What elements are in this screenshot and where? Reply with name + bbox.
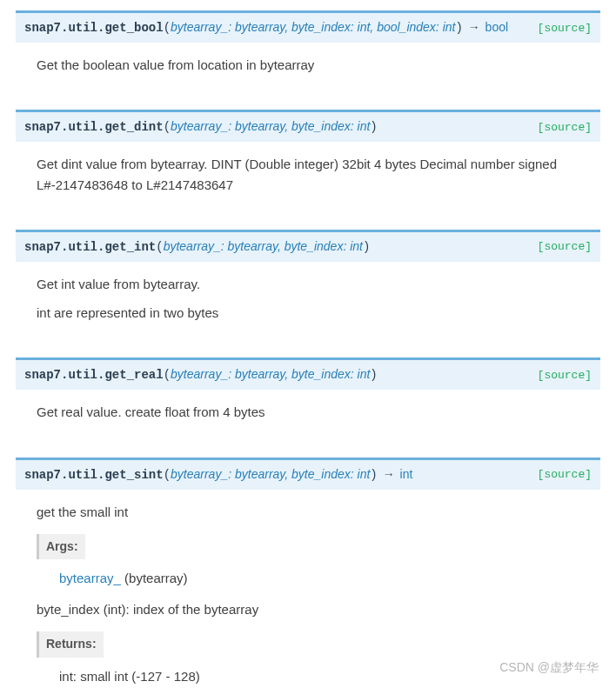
description: get the small int Args: bytearray_ (byte… (16, 490, 600, 689)
paren-open: ( (156, 240, 163, 254)
paren-close: ) (363, 240, 370, 254)
function-get-int: snap7.util.get_int(bytearray_: bytearray… (16, 230, 600, 336)
paren-open: ( (164, 368, 171, 382)
params: bytearray_: bytearray, byte_index: int, … (171, 20, 455, 34)
signature: snap7.util.get_sint(bytearray_: bytearra… (24, 465, 412, 484)
source-link[interactable]: [source] (527, 369, 592, 382)
param-rest: (bytearray) (121, 571, 188, 585)
function-get-real: snap7.util.get_real(bytearray_: bytearra… (16, 357, 600, 434)
arrow-icon: → (378, 467, 400, 481)
signature: snap7.util.get_dint(bytearray_: bytearra… (24, 117, 378, 137)
signature: snap7.util.get_real(bytearray_: bytearra… (24, 365, 378, 384)
function-get-dint: snap7.util.get_dint(bytearray_: bytearra… (16, 110, 600, 207)
paren-open: ( (164, 468, 171, 482)
module-path: snap7.util. (24, 468, 104, 482)
args-body: bytearray_ (bytearray) (59, 568, 600, 588)
params: bytearray_: bytearray, byte_index: int (171, 119, 370, 133)
returns-body: int: small int (-127 - 128) (59, 666, 600, 686)
paren-close: ) (370, 368, 377, 382)
description: Get dint value from bytearray. DINT (Dou… (16, 142, 600, 207)
description: Get int value from bytearray. int are re… (16, 262, 600, 336)
module-path: snap7.util. (24, 120, 104, 134)
desc-text: Get dint value from bytearray. DINT (Dou… (37, 154, 600, 195)
signature: snap7.util.get_bool(bytearray_: bytearra… (24, 18, 508, 37)
returns-header: Returns: (37, 631, 104, 658)
params: bytearray_: bytearray, byte_index: int (164, 239, 363, 253)
description: Get the boolean value from location in b… (16, 43, 600, 87)
module-path: snap7.util. (24, 240, 104, 254)
return-type: int (400, 467, 413, 481)
function-get-sint: snap7.util.get_sint(bytearray_: bytearra… (16, 458, 600, 689)
paren-open: ( (164, 21, 171, 35)
signature-header: snap7.util.get_dint(bytearray_: bytearra… (16, 110, 600, 142)
signature-header: snap7.util.get_int(bytearray_: bytearray… (16, 230, 600, 262)
paren-close: ) (370, 120, 377, 134)
param-link[interactable]: bytearray_ (59, 571, 121, 585)
params: bytearray_: bytearray, byte_index: int (171, 367, 370, 381)
return-type: bool (485, 20, 508, 34)
function-name: get_sint (104, 468, 163, 482)
function-name: get_bool (104, 21, 163, 35)
signature-header: snap7.util.get_real(bytearray_: bytearra… (16, 357, 600, 390)
source-link[interactable]: [source] (527, 468, 592, 481)
source-link[interactable]: [source] (527, 22, 592, 35)
description: Get real value. create float from 4 byte… (16, 390, 600, 434)
function-name: get_real (104, 368, 163, 382)
paren-close: ) (455, 21, 462, 35)
arrow-icon: → (463, 20, 485, 34)
signature-header: snap7.util.get_sint(bytearray_: bytearra… (16, 458, 600, 490)
source-link[interactable]: [source] (527, 121, 592, 134)
args-line2: byte_index (int): index of the bytearray (37, 599, 600, 619)
paren-open: ( (164, 120, 171, 134)
desc-text: Get the boolean value from location in b… (37, 55, 600, 75)
desc-text: int are represented in two bytes (37, 303, 600, 323)
signature-header: snap7.util.get_bool(bytearray_: bytearra… (16, 10, 600, 43)
desc-text: get the small int (37, 502, 600, 522)
module-path: snap7.util. (24, 368, 104, 382)
desc-text: Get real value. create float from 4 byte… (37, 402, 600, 422)
module-path: snap7.util. (24, 21, 104, 35)
params: bytearray_: bytearray, byte_index: int (171, 467, 370, 481)
function-name: get_dint (104, 120, 163, 134)
function-name: get_int (104, 240, 156, 254)
source-link[interactable]: [source] (527, 240, 592, 253)
paren-close: ) (370, 468, 377, 482)
desc-text: Get int value from bytearray. (37, 274, 600, 294)
function-get-bool: snap7.util.get_bool(bytearray_: bytearra… (16, 10, 600, 87)
signature: snap7.util.get_int(bytearray_: bytearray… (24, 237, 370, 257)
args-header: Args: (37, 534, 85, 560)
